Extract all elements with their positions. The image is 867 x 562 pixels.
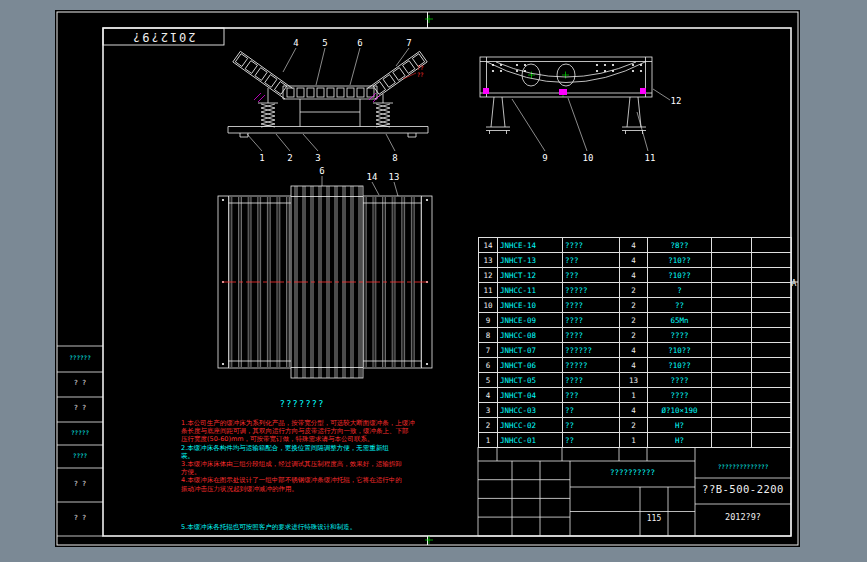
note-line: 2.本缓冲床各构件均与运输箱配合，更换位置间隔调整方便，无需重新组: [181, 444, 483, 452]
title-block-company: ??????????????: [696, 464, 790, 470]
callout-label: 2: [287, 153, 292, 163]
bom-cell: ????: [648, 373, 712, 388]
bom-cell: 65Mn: [648, 313, 712, 328]
title-block-drawing-number: ??B-500-2200: [696, 484, 790, 495]
bom-cell: 4: [479, 388, 498, 403]
bom-cell: [752, 268, 792, 283]
bom-cell: 2: [620, 283, 648, 298]
bom-row: 12JNHCT-12???4?10??: [479, 268, 792, 283]
bom-cell: JNHCT-07: [498, 343, 563, 358]
bom-row: 4JNHCT-04???1????: [479, 388, 792, 403]
bom-cell: [752, 388, 792, 403]
bom-row: 2JNHCC-02??2H?: [479, 418, 792, 433]
margin-box-3-row1: ?????: [57, 430, 103, 436]
note-line: 5.本缓冲床各托辊也可按照客户的要求进行特殊设计和制造。: [181, 523, 483, 531]
bom-cell: ???: [563, 253, 620, 268]
callout-label: 14: [367, 172, 378, 182]
margin-box-4-row2: ? ?: [57, 515, 103, 522]
bom-cell: 8: [479, 328, 498, 343]
bom-cell: 2: [620, 328, 648, 343]
bom-cell: 4: [620, 238, 648, 253]
deck-bars: [287, 88, 374, 97]
bom-row: 3JNHCC-03??4Ø?10×190: [479, 403, 792, 418]
bom-cell: [712, 343, 752, 358]
callout-label: 3: [315, 153, 320, 163]
bom-cell: [712, 388, 752, 403]
leg-right: [622, 97, 646, 134]
bom-cell: [752, 358, 792, 373]
bom-cell: [712, 358, 752, 373]
title-block-weight: 115: [640, 515, 668, 523]
bom-cell: [752, 283, 792, 298]
bom-cell: [712, 403, 752, 418]
bom-cell: [752, 418, 792, 433]
margin-box-2-row2: ? ?: [57, 405, 103, 412]
note-line: 4.本缓冲床在图示处设计了一组中部不锈钢缓冲条缓冲托辊，它将在运行中的: [181, 476, 483, 484]
bom-cell: [712, 418, 752, 433]
callout-label: 13: [389, 172, 400, 182]
note-line: 1.本公司生产的缓冲床为系列化产品，按带宽分型，可选较大断面缓冲条，上缓冲: [181, 419, 483, 427]
bom-row: 8JNHCC-08????2????: [479, 328, 792, 343]
bom-cell: 9: [479, 313, 498, 328]
bom-cell: ?8??: [648, 238, 712, 253]
bom-cell: H?: [648, 433, 712, 448]
bom-cell: 4: [620, 268, 648, 283]
left-wing: [233, 51, 293, 99]
bom-cell: [752, 238, 792, 253]
front-view-drawing: [228, 51, 428, 137]
bom-cell: 1: [620, 388, 648, 403]
spring-left: [258, 88, 278, 127]
bom-cell: Ø?10×190: [648, 403, 712, 418]
bom-cell: 4: [620, 343, 648, 358]
gauge-marks: [483, 88, 646, 95]
bom-row: 13JNHCT-13???4?10??: [479, 253, 792, 268]
corner-code-text: 2012?9?: [103, 28, 224, 45]
title-block-date: 2012?9?: [696, 513, 790, 522]
callout-label: 6: [357, 38, 362, 48]
bom-cell: ?10??: [648, 343, 712, 358]
bom-cell: JNHCT-13: [498, 253, 563, 268]
callout-leaders: [247, 48, 670, 196]
bom-cell: [752, 328, 792, 343]
plan-view-title: ???????: [237, 400, 367, 409]
bom-cell: [712, 373, 752, 388]
bom-row: 7JNHCT-07??????4?10??: [479, 343, 792, 358]
bom-cell: 3: [479, 403, 498, 418]
bom-row: 11JNHCC-11?????2?: [479, 283, 792, 298]
margin-box-3-row2: ????: [57, 453, 103, 459]
plan-view-drawing: [218, 186, 432, 378]
bom-cell: H?: [648, 418, 712, 433]
callout-label: 4: [293, 38, 298, 48]
leg-left: [486, 97, 510, 134]
bom-cell: JNHCE-10: [498, 298, 563, 313]
bom-row: 10JNHCE-10????2??: [479, 298, 792, 313]
margin-box-lines: [57, 346, 103, 536]
bom-row: 6JNHCT-06?????4?10??: [479, 358, 792, 373]
cad-drawing-canvas[interactable]: 4 5 6 7 1 2 3 8 9 10 11 12 6 14 13 ?? ??…: [0, 0, 867, 562]
bom-cell: ?10??: [648, 268, 712, 283]
bom-cell: ?????: [563, 358, 620, 373]
note-line: 条长度与底座间距可调，其双向运行方向与皮带运行方向一致，缓冲条上、下部: [181, 427, 483, 435]
margin-box-1-label: ??????: [57, 355, 103, 361]
bom-cell: JNHCC-11: [498, 283, 563, 298]
bom-cell: ????: [648, 388, 712, 403]
bom-cell: [712, 328, 752, 343]
end-view-drawing: [480, 57, 652, 134]
bom-cell: JNHCC-03: [498, 403, 563, 418]
margin-box-4-row1: ? ?: [57, 481, 103, 488]
bom-cell: ????: [563, 373, 620, 388]
bom-cell: ???: [563, 388, 620, 403]
callout-label: 7: [406, 38, 411, 48]
zone-label: A: [792, 279, 797, 288]
bom-cell: JNHCE-14: [498, 238, 563, 253]
bom-cell: JNHCC-01: [498, 433, 563, 448]
bom-cell: ?????: [563, 283, 620, 298]
bom-cell: [712, 253, 752, 268]
bom-cell: ?: [648, 283, 712, 298]
bom-cell: [712, 238, 752, 253]
callout-labels: 4 5 6 7 1 2 3 8 9 10 11 12 6 14 13: [259, 38, 681, 182]
bom-cell: ??: [563, 418, 620, 433]
bom-cell: ?10??: [648, 358, 712, 373]
weld-note-line2: ??: [417, 71, 423, 78]
bom-cell: 10: [479, 298, 498, 313]
